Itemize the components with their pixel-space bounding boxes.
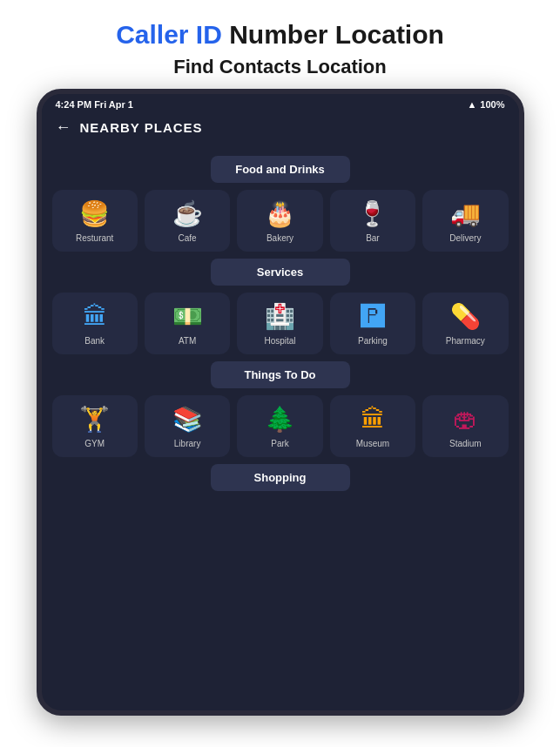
- category-icon: 🍔: [79, 202, 110, 226]
- category-icon: 🏟: [453, 407, 477, 432]
- page-title: Caller ID Number Location: [35, 19, 525, 50]
- category-item[interactable]: 🏛Bank: [52, 293, 138, 354]
- category-name: Cafe: [179, 233, 197, 243]
- category-item[interactable]: 🏛Museum: [330, 395, 415, 457]
- category-icon: ☕: [172, 202, 203, 226]
- category-icon: 🏛: [83, 305, 107, 329]
- page-subtitle: Find Contacts Location: [35, 56, 525, 78]
- status-time: 4:24 PM Fri Apr 1: [56, 99, 133, 110]
- category-grid: 🏛Bank💵ATM🏥Hospital🅿Parking💊Pharmacy: [52, 293, 509, 354]
- category-name: Pharmacy: [446, 336, 485, 346]
- category-icon: 🎂: [265, 202, 295, 226]
- category-item[interactable]: 🏋GYM: [52, 395, 138, 457]
- back-button[interactable]: ←: [56, 118, 71, 137]
- category-name: Library: [174, 439, 201, 448]
- page-header: Caller ID Number Location Find Contacts …: [0, 0, 560, 89]
- category-icon: 🅿: [361, 305, 385, 329]
- wifi-icon: ▲: [467, 99, 476, 110]
- scroll-content[interactable]: Food and Drinks🍔Resturant☕Cafe🎂Bakery🍷Ba…: [42, 145, 519, 701]
- category-icon: 🏛: [361, 407, 385, 432]
- section-label: Food and Drinks: [211, 156, 350, 183]
- category-item[interactable]: 💊Pharmacy: [422, 293, 508, 354]
- category-name: Bar: [366, 233, 380, 243]
- device-frame: 4:24 PM Fri Apr 1 ▲ 100% ← NEARBY PLACES…: [37, 89, 524, 716]
- category-name: Bakery: [267, 233, 293, 243]
- category-name: GYM: [84, 439, 105, 448]
- category-item[interactable]: 📚Library: [145, 395, 230, 457]
- category-icon: 🌲: [265, 407, 295, 432]
- category-item[interactable]: 🏥Hospital: [237, 293, 322, 354]
- status-right: ▲ 100%: [467, 99, 504, 110]
- category-icon: 🍷: [357, 202, 388, 226]
- title-highlight: Caller ID: [116, 20, 222, 49]
- category-name: Parking: [358, 336, 388, 346]
- category-item[interactable]: 🌲Park: [237, 395, 322, 457]
- category-item[interactable]: 🎂Bakery: [237, 190, 322, 252]
- section-label: Services: [211, 259, 350, 286]
- category-name: Stadium: [449, 439, 482, 448]
- category-item[interactable]: 🍷Bar: [330, 190, 415, 252]
- category-grid: 🏋GYM📚Library🌲Park🏛Museum🏟Stadium: [52, 395, 509, 457]
- category-icon: 💵: [172, 305, 203, 329]
- category-icon: 📚: [172, 407, 203, 432]
- category-item[interactable]: ☕Cafe: [145, 190, 230, 252]
- app-bar: ← NEARBY PLACES: [42, 113, 519, 145]
- category-item[interactable]: 💵ATM: [145, 293, 230, 354]
- section-label: Shopping: [211, 464, 350, 491]
- category-icon: 💊: [450, 305, 481, 329]
- category-item[interactable]: 🅿Parking: [330, 293, 415, 354]
- section-label: Things To Do: [211, 361, 350, 388]
- category-name: Bank: [84, 336, 105, 346]
- category-item[interactable]: 🚚Delivery: [422, 190, 508, 252]
- category-name: Resturant: [76, 233, 113, 243]
- category-name: Park: [271, 439, 289, 448]
- battery-text: 100%: [480, 99, 504, 110]
- category-icon: 🚚: [450, 202, 481, 226]
- status-bar: 4:24 PM Fri Apr 1 ▲ 100%: [42, 94, 519, 113]
- category-name: Delivery: [449, 233, 481, 243]
- category-item[interactable]: 🍔Resturant: [52, 190, 138, 252]
- category-icon: 🏋: [79, 407, 110, 432]
- category-icon: 🏥: [265, 305, 295, 329]
- category-item[interactable]: 🏟Stadium: [422, 395, 508, 457]
- category-name: Museum: [356, 439, 389, 448]
- category-grid: 🍔Resturant☕Cafe🎂Bakery🍷Bar🚚Delivery: [52, 190, 509, 252]
- category-name: Hospital: [264, 336, 295, 346]
- category-name: ATM: [179, 336, 196, 346]
- app-bar-title: NEARBY PLACES: [80, 120, 203, 135]
